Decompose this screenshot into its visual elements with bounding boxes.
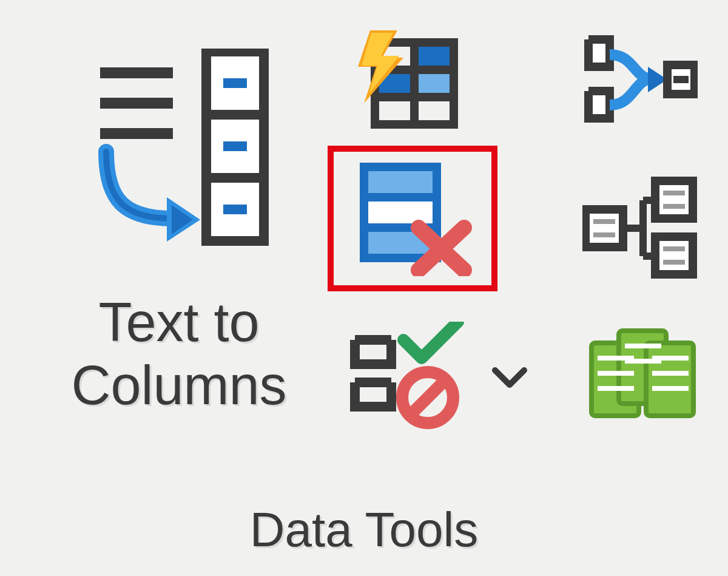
flash-fill-button[interactable] [352,30,473,152]
consolidate-button[interactable] [582,33,704,155]
text-to-columns-button[interactable]: Text toColumns [49,36,309,443]
svg-rect-32 [585,209,623,247]
flash-fill-icon [352,30,473,134]
svg-rect-33 [655,181,693,219]
svg-rect-34 [655,237,693,274]
consolidate-icon [582,33,704,130]
data-validation-icon [346,322,467,431]
text-to-columns-label: Text toColumns [49,291,309,417]
relationships-icon [582,176,704,279]
svg-rect-15 [419,47,450,66]
svg-rect-16 [419,74,450,93]
svg-rect-47 [646,343,693,416]
manage-data-model-button[interactable] [585,322,707,443]
data-tools-ribbon-group: Text toColumns [0,0,728,576]
svg-rect-20 [364,167,437,197]
data-validation-dropdown[interactable] [491,364,528,394]
remove-duplicates-icon [352,161,473,276]
remove-duplicates-button[interactable] [352,161,473,282]
relationships-button[interactable] [582,176,704,297]
data-validation-button[interactable] [346,322,467,443]
svg-line-28 [410,379,446,416]
manage-data-model-icon [585,322,707,428]
ribbon-group-label: Data Tools [0,502,728,558]
svg-rect-21 [364,197,437,228]
chevron-down-icon [491,383,528,393]
